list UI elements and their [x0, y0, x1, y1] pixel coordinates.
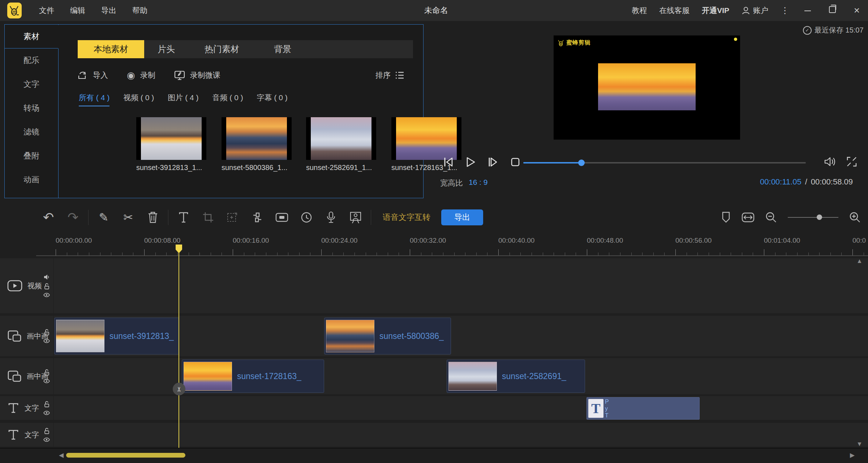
- record-course-button[interactable]: 录制微课: [174, 70, 220, 80]
- visibility-icon[interactable]: [43, 293, 50, 297]
- seek-knob[interactable]: [578, 160, 585, 166]
- media-thumbnail[interactable]: [222, 117, 292, 160]
- voiceover-button[interactable]: [319, 211, 343, 224]
- stop-button[interactable]: [509, 156, 522, 169]
- redo-button[interactable]: ↷: [61, 210, 85, 225]
- online-support-link[interactable]: 在线客服: [659, 5, 689, 16]
- delete-button[interactable]: [141, 211, 165, 224]
- next-frame-button[interactable]: [486, 156, 499, 169]
- sort-button[interactable]: 排序: [375, 70, 404, 80]
- tab-background[interactable]: 背景: [255, 40, 310, 58]
- visibility-icon[interactable]: [43, 411, 50, 415]
- media-thumbnail[interactable]: [391, 117, 461, 160]
- track-video[interactable]: 视频: [0, 258, 868, 313]
- menu-export[interactable]: 导出: [93, 5, 124, 16]
- track-text-2[interactable]: 文字: [0, 423, 868, 447]
- add-text-button[interactable]: [171, 211, 196, 224]
- timeline-zoom-slider[interactable]: [788, 217, 838, 218]
- scroll-up-icon[interactable]: ▲: [856, 258, 863, 265]
- menu-help[interactable]: 帮助: [124, 5, 155, 16]
- fit-timeline-icon[interactable]: [742, 212, 755, 223]
- sidebar-item-overlay[interactable]: 叠附: [5, 144, 58, 168]
- filter-video[interactable]: 视频 ( 0 ): [123, 93, 154, 106]
- menu-edit[interactable]: 编辑: [62, 5, 93, 16]
- sidebar-item-animation[interactable]: 动画: [5, 168, 58, 192]
- scroll-left-icon[interactable]: ◀: [59, 451, 64, 459]
- media-thumbnail[interactable]: [136, 117, 206, 160]
- volume-icon[interactable]: [824, 156, 836, 167]
- fullscreen-icon[interactable]: [846, 156, 857, 167]
- lock-icon[interactable]: [44, 369, 50, 375]
- track-pip-2[interactable]: 画中画 sunset-1728163_ sunset-2582691_: [0, 358, 868, 394]
- sidebar-item-music[interactable]: 配乐: [5, 48, 58, 72]
- app-logo-icon[interactable]: [7, 3, 22, 18]
- zoom-out-icon[interactable]: [765, 212, 777, 223]
- import-button[interactable]: 导入: [78, 70, 108, 80]
- lock-icon[interactable]: [44, 329, 50, 335]
- pip-button[interactable]: [270, 212, 294, 223]
- sidebar-item-transition[interactable]: 转场: [5, 96, 58, 120]
- split-scissors-button[interactable]: ✂: [116, 211, 141, 224]
- hscroll-thumb[interactable]: [66, 453, 185, 458]
- sidebar-item-filter[interactable]: 滤镜: [5, 120, 58, 144]
- track-pip-1[interactable]: 画中画 sunset-3912813_ sunset-5800386_: [0, 316, 868, 356]
- menu-file[interactable]: 文件: [31, 5, 62, 16]
- selection-handle[interactable]: [734, 38, 737, 41]
- sidebar-item-material[interactable]: 素材: [5, 25, 58, 48]
- sidebar-item-text[interactable]: 文字: [5, 72, 58, 96]
- timeline-clip-sunset-3912813[interactable]: sunset-3912813_: [54, 318, 179, 354]
- play-button[interactable]: [464, 156, 477, 169]
- visibility-icon[interactable]: [43, 339, 50, 343]
- track-text-1[interactable]: 文字 T P y T: [0, 396, 868, 420]
- crop-button[interactable]: [196, 212, 220, 223]
- timeline-clip-sunset-2582691[interactable]: sunset-2582691_: [447, 360, 585, 393]
- transform-button[interactable]: [220, 212, 245, 223]
- duration-button[interactable]: [294, 212, 319, 223]
- voice-text-convert-button[interactable]: 语音文字互转: [383, 212, 430, 223]
- mute-icon[interactable]: [44, 274, 50, 280]
- tutorial-link[interactable]: 教程: [632, 5, 647, 16]
- previous-frame-button[interactable]: [442, 156, 455, 169]
- lock-icon[interactable]: [44, 428, 50, 434]
- marker-icon[interactable]: [721, 212, 731, 223]
- timeline-clip-sunset-1728163[interactable]: sunset-1728163_: [182, 360, 324, 393]
- maximize-button[interactable]: [826, 6, 838, 15]
- tab-intro[interactable]: 片头: [144, 40, 188, 58]
- minimize-button[interactable]: [802, 6, 814, 15]
- split-merge-button[interactable]: [245, 212, 270, 223]
- export-button[interactable]: 导出: [441, 209, 483, 225]
- timeline-clip-sunset-5800386[interactable]: sunset-5800386_: [324, 318, 451, 354]
- edit-clip-button[interactable]: ✎: [91, 211, 116, 224]
- filter-audio[interactable]: 音频 ( 0 ): [212, 93, 243, 106]
- timeline-text-clip[interactable]: T P y T: [586, 397, 700, 420]
- tab-hot-material[interactable]: 热门素材: [188, 40, 255, 58]
- zoom-knob[interactable]: [817, 214, 822, 220]
- playhead-line[interactable]: [179, 249, 179, 451]
- visibility-icon[interactable]: [43, 437, 50, 442]
- preview-frame-image[interactable]: [598, 63, 696, 110]
- timeline-ruler[interactable]: 00:00:00.00 00:00:08.00 00:00:16.00 00:0…: [0, 234, 868, 257]
- undo-button[interactable]: ↶: [36, 210, 61, 225]
- aspect-ratio[interactable]: 宽高比 16 : 9: [440, 178, 488, 188]
- more-menu-icon[interactable]: ⋮: [781, 5, 789, 16]
- media-thumbnail[interactable]: [306, 117, 376, 160]
- timeline-hscrollbar[interactable]: ◀ ▶: [0, 448, 868, 463]
- tab-local-material[interactable]: 本地素材: [78, 40, 144, 58]
- filter-subtitle[interactable]: 字幕 ( 0 ): [257, 93, 288, 106]
- seek-slider[interactable]: [523, 162, 806, 163]
- filter-all[interactable]: 所有 ( 4 ): [79, 93, 109, 106]
- lock-icon[interactable]: [44, 283, 50, 289]
- scroll-right-icon[interactable]: ▶: [850, 451, 855, 459]
- lock-icon[interactable]: [44, 401, 50, 407]
- close-button[interactable]: ×: [851, 5, 863, 16]
- visibility-icon[interactable]: [43, 379, 50, 383]
- scroll-down-icon[interactable]: ▼: [856, 441, 863, 448]
- filter-image[interactable]: 图片 ( 4 ): [168, 93, 198, 106]
- record-button[interactable]: ◉ 录制: [127, 70, 155, 81]
- zoom-in-icon[interactable]: [849, 212, 861, 223]
- preview-canvas[interactable]: 蜜蜂剪辑: [554, 35, 740, 140]
- presenter-button[interactable]: [343, 211, 368, 224]
- vip-upgrade-link[interactable]: 开通VIP: [702, 5, 729, 16]
- account-button[interactable]: 账户: [742, 5, 768, 16]
- playhead-cut-button[interactable]: ✂: [173, 383, 185, 395]
